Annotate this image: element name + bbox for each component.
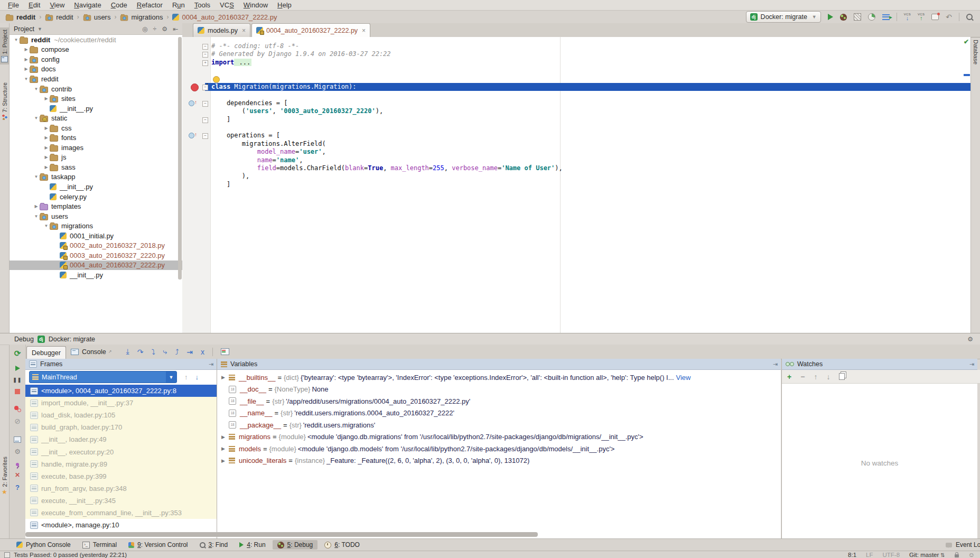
fold-marker[interactable]: +	[202, 60, 208, 66]
tree-toggle-icon[interactable]: ▼	[13, 38, 20, 42]
close-tab-icon[interactable]: ×	[242, 27, 246, 34]
toolwindow-button-pythonconsole[interactable]: Python Console	[12, 540, 76, 550]
menu-window[interactable]: Window	[239, 0, 273, 10]
move-watch-up-button[interactable]: ↑	[814, 373, 817, 380]
tree-item[interactable]: ▶css	[10, 123, 182, 133]
project-panel-title[interactable]: Project▼	[10, 25, 142, 33]
run-button[interactable]	[828, 14, 833, 20]
intention-bulb-icon[interactable]	[213, 76, 220, 83]
fold-marker[interactable]: −	[202, 52, 208, 58]
frame-row[interactable]: __init__, executor.py:20	[25, 445, 217, 458]
code-line[interactable]: ('users', '0003_auto_20160327_2220'),	[211, 107, 383, 115]
tree-item[interactable]: ▼reddit	[10, 74, 182, 84]
horizontal-scrollbar[interactable]	[25, 532, 538, 537]
menu-edit[interactable]: Edit	[24, 0, 45, 10]
editor-gutter[interactable]	[182, 37, 211, 333]
help-button[interactable]: ?	[15, 484, 20, 491]
menu-refactor[interactable]: Refactor	[132, 0, 167, 10]
frame-row[interactable]: import_module, __init__.py:37	[25, 397, 217, 409]
tree-toggle-icon[interactable]: ▶	[43, 165, 50, 170]
toolwindow-button-5debug[interactable]: 5: Debug	[273, 540, 318, 550]
show-execution-point-button[interactable]: ⤓	[126, 347, 129, 356]
frame-row[interactable]: run_from_argv, base.py:348	[25, 482, 217, 495]
view-link[interactable]: View	[676, 374, 691, 382]
run-to-cursor-button[interactable]: ⇥	[186, 348, 193, 356]
view-breakpoints-button[interactable]	[14, 406, 21, 412]
menu-view[interactable]: View	[45, 0, 69, 10]
frame-row[interactable]: handle, migrate.py:89	[25, 458, 217, 470]
code-line[interactable]: name='name',	[211, 156, 303, 164]
move-watch-down-button[interactable]: ↓	[826, 373, 830, 380]
mute-breakpoints-button[interactable]: ⊘	[14, 417, 21, 425]
variable-row[interactable]: ▶__builtins__={dict}{'bytearray': <type …	[217, 371, 781, 384]
previous-frame-button[interactable]: ↑	[184, 373, 188, 381]
code-line[interactable]: class Migration(migrations.Migration):	[211, 83, 357, 91]
tree-toggle-icon[interactable]: ▶	[23, 57, 30, 62]
line-separator-widget[interactable]: LF	[866, 552, 873, 558]
collapse-all-button[interactable]: ÷	[153, 25, 157, 33]
tree-item[interactable]: 0002_auto_20160327_2018.py	[10, 240, 182, 250]
run-with-settings-button[interactable]	[882, 14, 890, 20]
search-everywhere-button[interactable]	[966, 14, 973, 20]
editor-tab[interactable]: models.py×	[193, 23, 250, 37]
toolwindow-button-terminal[interactable]: ›_Terminal	[78, 540, 122, 550]
code-line[interactable]: model_name='user',	[211, 148, 326, 156]
run-configuration-select[interactable]: djDocker: migrate▼	[746, 11, 821, 23]
pause-button[interactable]: ❚❚	[13, 376, 22, 384]
tree-item[interactable]: ▼migrations	[10, 221, 182, 231]
frame-row[interactable]: __init__, loader.py:49	[25, 433, 217, 445]
tab-debugger[interactable]: Debugger	[26, 346, 66, 359]
tree-toggle-icon[interactable]: ▼	[43, 224, 50, 228]
tree-item[interactable]: celery.py	[10, 192, 182, 202]
variable-row[interactable]: 18__name__={str}'reddit.users.migrations…	[217, 407, 781, 420]
remove-watch-button[interactable]: −	[800, 373, 805, 380]
frame-row[interactable]: <module>, 0004_auto_20160327_2222.py:8	[25, 385, 217, 397]
panel-settings-button[interactable]: ⚙	[162, 25, 167, 33]
tree-item[interactable]: 0003_auto_20160327_2220.py	[10, 250, 182, 261]
variable-row[interactable]: ▶models={module}<module 'django.db.model…	[217, 443, 781, 455]
code-line[interactable]: operations = [	[211, 132, 280, 140]
tree-toggle-icon[interactable]: ▼	[33, 116, 40, 120]
tree-item[interactable]: ▶sites	[10, 94, 182, 104]
evaluate-expression-button[interactable]: x	[201, 348, 204, 356]
tree-item[interactable]: __init__.py	[10, 182, 182, 192]
variable-row[interactable]: 18__package__={str}'reddit.users.migrati…	[217, 419, 781, 431]
float-panel-icon[interactable]: ⇥	[209, 361, 213, 368]
resume-button[interactable]	[15, 366, 20, 371]
close-tab-icon[interactable]: ×	[362, 27, 366, 34]
tree-item[interactable]: ▶fonts	[10, 133, 182, 143]
fold-marker[interactable]: −	[202, 133, 208, 139]
code-line[interactable]: ]	[211, 181, 230, 189]
tree-toggle-icon[interactable]: ▶	[23, 47, 30, 52]
tool-stripe-button-favorites[interactable]: 2: Favorites★	[0, 454, 9, 497]
fold-marker[interactable]: −	[202, 101, 208, 107]
frame-row[interactable]: execute, base.py:399	[25, 470, 217, 482]
fold-marker[interactable]: −	[202, 44, 208, 50]
fold-marker[interactable]: −	[202, 85, 208, 90]
add-watch-button[interactable]: +	[787, 373, 791, 380]
debug-button[interactable]	[840, 14, 847, 21]
encoding-widget[interactable]: UTF-8	[883, 552, 900, 558]
vcs-update-button[interactable]: VCS↓	[904, 13, 911, 21]
tree-item[interactable]: __init__.py	[10, 104, 182, 114]
event-log-button[interactable]: Event Log	[946, 541, 980, 548]
tree-item[interactable]: 0004_auto_20160327_2222.py	[10, 261, 182, 271]
tree-item[interactable]: ▶config	[10, 54, 182, 64]
tree-toggle-icon[interactable]: ▶	[43, 126, 50, 131]
rerun-button[interactable]: ⟳	[14, 350, 21, 357]
expand-icon[interactable]: ▶	[221, 446, 229, 451]
next-frame-button[interactable]: ↓	[195, 373, 199, 381]
tree-item[interactable]: ▼taskapp	[10, 172, 182, 182]
toolwindow-button-6todo[interactable]: 6: TODO	[320, 540, 365, 550]
tree-toggle-icon[interactable]: ▶	[43, 96, 50, 101]
tree-toggle-icon[interactable]: ▶	[33, 204, 40, 209]
code-line[interactable]: # -*- coding: utf-8 -*-	[211, 42, 299, 50]
tree-item[interactable]: ▼contrib	[10, 84, 182, 94]
menu-file[interactable]: File	[3, 0, 24, 10]
tool-stripe-button-project[interactable]: 1: Project	[0, 27, 9, 64]
rollback-button[interactable]: ↶	[946, 14, 952, 20]
tree-toggle-icon[interactable]: ▶	[43, 155, 50, 160]
lock-icon[interactable]	[955, 554, 959, 557]
tree-toggle-icon[interactable]: ▶	[23, 67, 30, 71]
breadcrumb-item[interactable]: 0004_auto_20160327_2222.py	[171, 13, 278, 21]
